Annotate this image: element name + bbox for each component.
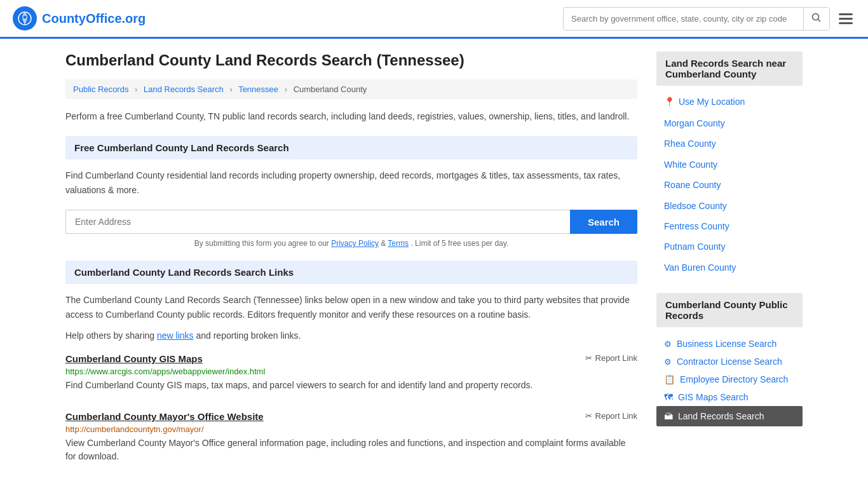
link-item-header: Cumberland County Mayor's Office Website… [65, 411, 637, 422]
land-icon: 🏔 [664, 411, 673, 421]
use-my-location-link[interactable]: Use My Location [679, 97, 745, 107]
sidebar-nearby-title: Land Records Search near Cumberland Coun… [656, 51, 803, 86]
header-search-button[interactable] [803, 8, 829, 30]
use-location-button[interactable]: 📍 Use My Location [656, 93, 803, 113]
sidebar-item-business-license[interactable]: Business License Search [656, 335, 803, 353]
link-title[interactable]: Cumberland County Mayor's Office Website [65, 411, 264, 422]
link-desc: View Cumberland County Mayor's Office ge… [65, 437, 637, 463]
hamburger-menu[interactable] [836, 11, 855, 27]
main-container: Cumberland County Land Records Search (T… [53, 39, 815, 488]
logo-area: CountyOffice.org [13, 6, 146, 30]
sidebar-item-van-buren-county[interactable]: Van Buren County [656, 257, 803, 278]
help-text: Help others by sharing new links and rep… [65, 330, 637, 341]
map-icon: 🗺 [664, 392, 673, 402]
sidebar: Land Records Search near Cumberland Coun… [656, 51, 803, 482]
link-item: Cumberland County Mayor's Office Website… [65, 411, 637, 470]
sidebar-item-morgan-county[interactable]: Morgan County [656, 113, 803, 133]
links-section-header: Cumberland County Land Records Search Li… [65, 261, 637, 284]
breadcrumb-tennessee[interactable]: Tennessee [238, 85, 278, 94]
links-section: Cumberland County Land Records Search Li… [65, 261, 637, 470]
form-disclaimer: By submitting this form you agree to our… [65, 239, 637, 248]
sidebar-item-land-records[interactable]: 🏔 Land Records Search [656, 406, 803, 426]
header-search-bar [563, 7, 830, 30]
site-header: CountyOffice.org [0, 0, 868, 39]
sidebar-public-records-title: Cumberland County Public Records [656, 293, 803, 327]
links-description: The Cumberland County Land Records Searc… [65, 293, 637, 322]
sidebar-public-records-section: Cumberland County Public Records Busines… [656, 293, 803, 426]
link-desc: Find Cumberland County GIS maps, tax map… [65, 379, 637, 392]
sidebar-item-roane-county[interactable]: Roane County [656, 175, 803, 195]
breadcrumb-current: Cumberland County [294, 85, 367, 94]
page-description: Perform a free Cumberland County, TN pub… [65, 109, 637, 123]
book-icon: 📋 [664, 374, 675, 384]
free-search-header: Free Cumberland County Land Records Sear… [65, 136, 637, 159]
report-link-button[interactable]: ✂ Report Link [585, 411, 637, 421]
breadcrumb-land-records[interactable]: Land Records Search [144, 85, 224, 94]
link-url: http://cumberlandcountytn.gov/mayor/ [65, 424, 637, 434]
sidebar-item-white-county[interactable]: White County [656, 154, 803, 175]
sidebar-nearby-section: Land Records Search near Cumberland Coun… [656, 51, 803, 278]
link-item: Cumberland County GIS Maps ✂ Report Link… [65, 353, 637, 398]
address-input[interactable] [65, 210, 570, 234]
new-links-link[interactable]: new links [157, 330, 194, 341]
wrench-icon: ✂ [585, 353, 592, 363]
svg-point-2 [813, 13, 819, 20]
link-url: https://www.arcgis.com/apps/webappviewer… [65, 367, 637, 376]
header-search-input[interactable] [564, 9, 803, 29]
svg-line-3 [818, 19, 821, 22]
sidebar-item-contractor-license[interactable]: Contractor License Search [656, 353, 803, 370]
breadcrumb: Public Records › Land Records Search › T… [65, 79, 637, 99]
gear-icon [664, 356, 672, 367]
address-search-form: Search [65, 210, 637, 234]
sidebar-item-fentress-county[interactable]: Fentress County [656, 216, 803, 236]
sidebar-item-gis-maps[interactable]: 🗺 GIS Maps Search [656, 388, 803, 406]
privacy-policy-link[interactable]: Privacy Policy [331, 239, 379, 248]
sidebar-item-rhea-county[interactable]: Rhea County [656, 133, 803, 154]
terms-link[interactable]: Terms [388, 239, 409, 248]
free-search-description: Find Cumberland County residential land … [65, 168, 637, 197]
breadcrumb-public-records[interactable]: Public Records [73, 85, 128, 94]
free-search-section: Free Cumberland County Land Records Sear… [65, 136, 637, 248]
header-right [563, 7, 855, 30]
link-item-header: Cumberland County GIS Maps ✂ Report Link [65, 353, 637, 364]
location-icon: 📍 [664, 97, 675, 107]
sidebar-item-putnam-county[interactable]: Putnam County [656, 236, 803, 257]
logo-text: CountyOffice.org [42, 11, 146, 26]
sidebar-item-employee-directory[interactable]: 📋 Employee Directory Search [656, 370, 803, 388]
page-title: Cumberland County Land Records Search (T… [65, 51, 637, 69]
gear-icon [664, 339, 672, 349]
search-button[interactable]: Search [570, 210, 637, 234]
svg-point-1 [24, 16, 27, 19]
wrench-icon: ✂ [585, 411, 592, 421]
sidebar-item-bledsoe-county[interactable]: Bledsoe County [656, 196, 803, 216]
logo-icon [13, 6, 37, 30]
report-link-button[interactable]: ✂ Report Link [585, 353, 637, 363]
link-title[interactable]: Cumberland County GIS Maps [65, 353, 203, 364]
content-area: Cumberland County Land Records Search (T… [65, 51, 637, 482]
